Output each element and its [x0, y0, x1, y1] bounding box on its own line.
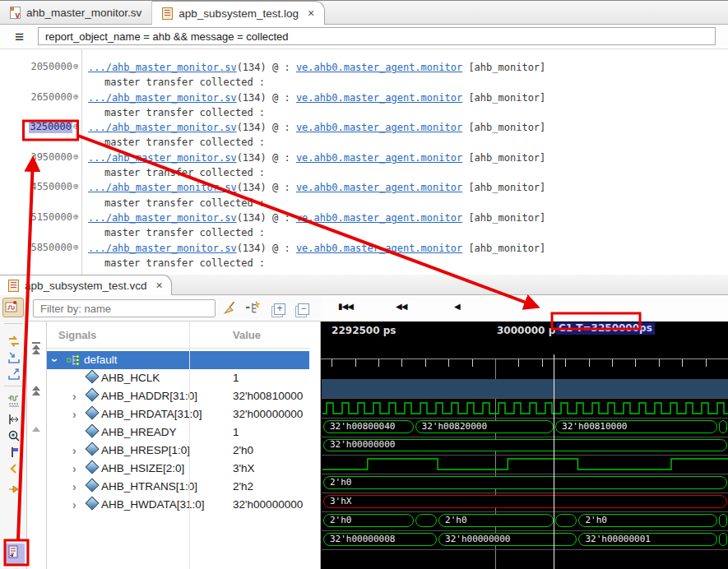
signal-row-ahb-hclk[interactable]: AHB_HCLK1	[47, 369, 310, 387]
chevron-right-icon[interactable]: ›	[72, 480, 77, 493]
wave-row-ahb_hclk[interactable]	[322, 400, 728, 419]
expand-entry-icon[interactable]: ⊕	[73, 211, 79, 222]
vcd-viewer-panel: apb_subsystem_test.vcd × + − Signals	[0, 275, 728, 569]
log-file-link[interactable]: .../ahb_master_monitor.sv	[88, 62, 237, 73]
wave-row-ahb_htrans[interactable]: 2'h02'h02'h0	[322, 512, 728, 531]
step-back-button[interactable]: ◀	[454, 302, 460, 311]
log-gutter-divider	[81, 49, 82, 275]
log-file-link[interactable]: .../ahb_master_monitor.sv	[88, 212, 237, 224]
signal-name: AHB_HRDATA[31:0]	[101, 408, 202, 420]
prev-marker-icon[interactable]	[6, 460, 22, 477]
tab-ahb-master-monitor-sv[interactable]: ahb_master_monitor.sv	[0, 1, 152, 24]
fast-rewind-button[interactable]: ◀◀	[396, 302, 406, 311]
log-editor-panel: ahb_master_monitor.sv apb_subsystem_test…	[0, 1, 728, 275]
timing-measure-icon[interactable]	[6, 393, 22, 409]
export-wave-icon[interactable]	[6, 366, 22, 382]
open-log-icon[interactable]	[5, 544, 25, 565]
log-scope-link[interactable]: ve.ahb0.master_agent.monitor	[296, 243, 462, 254]
ruler-tick	[542, 359, 543, 367]
log-file-link[interactable]: .../ahb_master_monitor.sv	[88, 243, 237, 254]
expand-entry-icon[interactable]: ⊕	[73, 151, 79, 162]
scroll-to-top-icon[interactable]	[32, 342, 40, 354]
chevron-down-icon[interactable]: ›	[49, 359, 62, 363]
wave-row-ahb_hready[interactable]	[322, 456, 728, 474]
chevron-right-icon[interactable]: ›	[72, 498, 77, 511]
compare-sync-icon[interactable]	[6, 333, 22, 349]
expand-entry-icon[interactable]: ⊕	[73, 181, 79, 192]
log-tag: [ahb_monitor]	[462, 62, 545, 73]
marker-icon[interactable]	[6, 444, 22, 460]
signal-row-ahb-hrdata310[interactable]: ›AHB_HRDATA[31:0]32'h00000000	[47, 405, 310, 423]
signal-value: 32'h00000000	[233, 498, 303, 511]
next-marker-icon[interactable]	[6, 481, 22, 497]
signal-row-ahb-haddr310[interactable]: ›AHB_HADDR[31:0]32'h00810000	[47, 387, 310, 405]
log-scope-link[interactable]: ve.ahb0.master_agent.monitor	[296, 182, 462, 193]
log-scope-link[interactable]: ve.ahb0.master_agent.monitor	[296, 122, 462, 133]
close-icon[interactable]: ×	[156, 280, 163, 291]
log-message: master transfer collected :	[104, 75, 728, 90]
import-wave-icon[interactable]	[6, 349, 22, 366]
collapse-all-icon[interactable]: −	[295, 302, 310, 317]
wave-row-ahb_hresp[interactable]: 2'h0	[322, 474, 728, 493]
cursor-span-icon[interactable]	[6, 411, 22, 428]
log-view[interactable]: 2050000⊕.../ahb_master_monitor.sv(134) @…	[0, 49, 728, 275]
log-file-link[interactable]: .../ahb_master_monitor.sv	[88, 122, 237, 133]
chevron-right-icon[interactable]: ›	[72, 408, 77, 421]
log-filter-input[interactable]	[38, 27, 716, 45]
signal-value: 2'h2	[233, 480, 253, 493]
collapse-tree-icon[interactable]	[246, 300, 261, 315]
expand-entry-icon[interactable]: ⊕	[73, 61, 79, 72]
ruler-tick	[355, 359, 356, 367]
clear-filter-broom-icon[interactable]	[222, 300, 237, 315]
chevron-right-icon[interactable]: ›	[72, 462, 77, 475]
log-file-link[interactable]: .../ahb_master_monitor.sv	[88, 182, 237, 193]
wave-row-group-default[interactable]	[322, 379, 728, 399]
skip-to-start-button[interactable]: ▮◀◀	[338, 302, 353, 311]
zoom-select-icon[interactable]	[6, 428, 22, 444]
log-message: master transfer collected :	[104, 105, 728, 120]
log-scope-link[interactable]: ve.ahb0.master_agent.monitor	[296, 92, 462, 104]
log-tag: [ahb_monitor]	[462, 152, 545, 164]
signal-row-ahb-hresp10[interactable]: ›AHB_HRESP[1:0]2'h0	[47, 442, 310, 460]
log-scope-link[interactable]: ve.ahb0.master_agent.monitor	[296, 152, 462, 164]
wave-row-ahb_hrdata[interactable]: 32'h00000000	[322, 437, 728, 456]
step-up-icon[interactable]	[32, 427, 40, 432]
signal-row-ahb-hwdata310[interactable]: ›AHB_HWDATA[31:0]32'h00000000	[47, 496, 310, 514]
log-scope-link[interactable]: ve.ahb0.master_agent.monitor	[296, 62, 462, 73]
signal-group-row-default[interactable]: ›default	[47, 351, 310, 369]
tree-scrollbar[interactable]	[309, 322, 321, 569]
expand-entry-icon[interactable]: ⊕	[73, 121, 79, 132]
close-icon[interactable]: ×	[308, 7, 314, 19]
waveform-canvas[interactable]: 2292500 ps3000000 ps32'h0080004032'h0082…	[321, 322, 728, 569]
wave-row-ahb_haddr[interactable]: 32'h0080004032'h0082000032'h008100003	[322, 419, 728, 437]
expand-entry-icon[interactable]: ⊕	[73, 242, 79, 252]
log-timestamp: 3950000	[25, 151, 72, 163]
log-entry: 5850000⊕.../ahb_master_monitor.sv(134) @…	[0, 241, 728, 271]
menu-icon[interactable]: ≡	[15, 28, 24, 46]
signal-row-ahb-hsize20[interactable]: ›AHB_HSIZE[2:0]3'hX	[47, 460, 310, 478]
cursor-line[interactable]	[554, 354, 554, 569]
wave-row-ahb_hsize[interactable]: 3'hX	[322, 493, 728, 512]
signal-row-ahb-hready[interactable]: AHB_HREADY1	[47, 423, 310, 442]
wave-row-ahb_hwdata[interactable]: 32'h0000000832'h0000000032'h00000001	[322, 531, 728, 550]
expand-entry-icon[interactable]: ⊕	[73, 91, 79, 102]
expand-all-icon[interactable]: +	[271, 302, 286, 317]
ruler-tick	[448, 359, 449, 367]
sidebar-separator	[4, 386, 23, 386]
tab-apb-subsystem-test-log[interactable]: apb_subsystem_test.log ×	[152, 1, 325, 25]
signal-filter-input[interactable]	[33, 299, 216, 317]
waveform-editor-icon[interactable]	[2, 298, 24, 317]
wave-toolbar: ▮◀◀ ◀◀ ◀	[321, 295, 728, 322]
chevron-right-icon[interactable]: ›	[72, 390, 77, 403]
signal-row-ahb-htrans10[interactable]: ›AHB_HTRANS[1:0]2'h2	[47, 478, 310, 496]
chevron-right-icon[interactable]: ›	[72, 444, 77, 457]
sv-file-icon	[10, 7, 21, 19]
log-scope-link[interactable]: ve.ahb0.master_agent.monitor	[296, 212, 462, 224]
vcd-file-icon	[8, 280, 19, 292]
log-file-link[interactable]: .../ahb_master_monitor.sv	[88, 92, 237, 104]
tab-apb-subsystem-test-vcd[interactable]: apb_subsystem_test.vcd ×	[0, 275, 172, 295]
log-file-link[interactable]: .../ahb_master_monitor.sv	[88, 152, 237, 164]
bus-segment: 2'h0	[323, 476, 727, 489]
page-up-icon[interactable]	[32, 386, 40, 396]
scroll-lane	[27, 322, 46, 569]
